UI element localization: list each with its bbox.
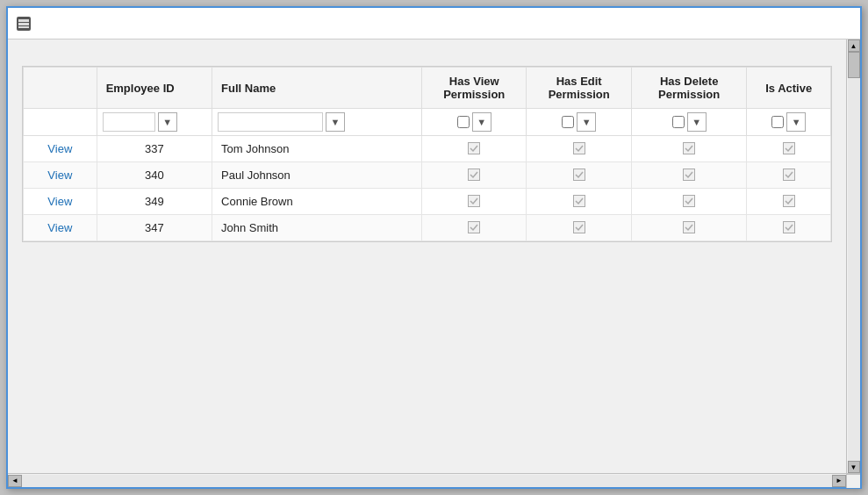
cell-has_edit-1 <box>527 162 631 189</box>
checkbox-checked-has_edit-2 <box>573 195 585 207</box>
col-header-has-edit: Has EditPermission <box>527 68 631 109</box>
col-header-employee-id: Employee ID <box>97 68 212 109</box>
checkbox-checked-is_active-1 <box>783 169 795 181</box>
cell-action-1: View <box>24 162 97 189</box>
filter-action <box>24 109 97 136</box>
col-header-full-name: Full Name <box>212 68 422 109</box>
main-window: Employee ID Full Name Has ViewPermission… <box>6 6 862 489</box>
table-row: View349Connie Brown <box>24 189 831 215</box>
filter-employee-id: ▼ <box>97 109 212 136</box>
filter-input-employee-id[interactable] <box>103 112 155 132</box>
table-row: View337Tom Johnson <box>24 136 831 162</box>
filter-btn-is-active[interactable]: ▼ <box>786 112 806 132</box>
title-bar <box>8 8 860 39</box>
cell-full-name-2: Connie Brown <box>212 189 422 215</box>
view-link-3[interactable]: View <box>47 221 72 234</box>
filter-btn-has-edit[interactable]: ▼ <box>577 112 596 132</box>
checkbox-checked-has_view-2 <box>468 195 480 207</box>
column-header-row: Employee ID Full Name Has ViewPermission… <box>24 68 831 109</box>
checkbox-checked-has_edit-0 <box>573 142 585 154</box>
cell-has_delete-1 <box>631 162 746 189</box>
cell-employee-id-0: 337 <box>97 136 212 162</box>
scroll-h-track[interactable] <box>22 475 832 487</box>
permissions-table: Employee ID Full Name Has ViewPermission… <box>23 67 831 241</box>
scroll-down-btn[interactable]: ▼ <box>848 461 860 473</box>
checkbox-checked-has_delete-0 <box>683 142 695 154</box>
restore-button[interactable] <box>806 14 825 33</box>
filter-btn-has-delete[interactable]: ▼ <box>687 112 707 132</box>
filter-btn-employee-id[interactable]: ▼ <box>158 112 177 132</box>
cell-employee-id-1: 340 <box>97 162 212 189</box>
filter-has-delete: ▼ <box>631 109 746 136</box>
filter-full-name: ▼ <box>212 109 422 136</box>
refresh-button[interactable] <box>779 14 799 33</box>
checkbox-checked-has_view-3 <box>468 221 480 233</box>
cell-action-3: View <box>24 215 97 241</box>
cell-is_active-3 <box>747 215 831 241</box>
cell-action-0: View <box>24 136 97 162</box>
main-area: Employee ID Full Name Has ViewPermission… <box>8 39 846 473</box>
cell-has_delete-0 <box>631 136 746 162</box>
scrollbar-corner <box>846 474 860 488</box>
close-button[interactable] <box>832 14 851 33</box>
cell-has_edit-2 <box>527 189 631 215</box>
col-header-has-delete: Has DeletePermission <box>631 68 746 109</box>
cell-full-name-1: Paul Johnson <box>212 162 422 189</box>
title-bar-left <box>17 17 38 31</box>
filter-checkbox-is-active[interactable] <box>771 116 784 128</box>
table-body: View337Tom JohnsonView340Paul JohnsonVie… <box>24 136 831 241</box>
cell-has_view-1 <box>422 162 527 189</box>
scroll-left-btn[interactable]: ◄ <box>8 475 22 487</box>
svg-rect-2 <box>18 26 29 28</box>
scroll-thumb[interactable] <box>848 52 860 78</box>
checkbox-checked-has_delete-3 <box>683 221 695 233</box>
table-row: View340Paul Johnson <box>24 162 831 189</box>
col-header-is-active: Is Active <box>747 68 831 109</box>
checkbox-checked-has_edit-1 <box>573 169 585 181</box>
cell-has_edit-3 <box>527 215 631 241</box>
cell-has_edit-0 <box>527 136 631 162</box>
checkbox-checked-has_view-0 <box>468 142 480 154</box>
view-link-1[interactable]: View <box>47 169 72 182</box>
view-link-0[interactable]: View <box>47 142 72 155</box>
cell-has_delete-2 <box>631 189 746 215</box>
scroll-up-btn[interactable]: ▲ <box>848 39 860 52</box>
checkbox-checked-is_active-2 <box>783 195 795 207</box>
filter-btn-full-name[interactable]: ▼ <box>326 112 345 132</box>
filter-checkbox-has-edit[interactable] <box>562 116 574 128</box>
table-row: View347John Smith <box>24 215 831 241</box>
col-header-has-view: Has ViewPermission <box>422 68 527 109</box>
checkbox-checked-has_view-1 <box>468 169 480 181</box>
filter-row: ▼ ▼ <box>24 109 831 136</box>
cell-full-name-0: Tom Johnson <box>212 136 422 162</box>
cell-has_delete-3 <box>631 215 746 241</box>
horizontal-scrollbar[interactable]: ◄ ► <box>8 473 860 487</box>
window-icon <box>17 17 31 31</box>
filter-is-active: ▼ <box>747 109 831 136</box>
filter-has-view: ▼ <box>422 109 527 136</box>
cell-action-2: View <box>24 189 97 215</box>
filter-btn-has-view[interactable]: ▼ <box>472 112 491 132</box>
scroll-right-btn[interactable]: ► <box>832 475 846 487</box>
col-header-action <box>24 68 97 109</box>
cell-is_active-1 <box>747 162 831 189</box>
filter-has-edit: ▼ <box>527 109 631 136</box>
view-link-2[interactable]: View <box>47 195 72 208</box>
vertical-scrollbar[interactable]: ▲ ▼ <box>846 39 860 473</box>
svg-rect-0 <box>18 19 29 22</box>
filter-input-full-name[interactable] <box>218 112 323 132</box>
cell-has_view-2 <box>422 189 527 215</box>
checkbox-checked-has_edit-3 <box>573 221 585 233</box>
cell-has_view-0 <box>422 136 527 162</box>
title-bar-controls <box>779 14 851 33</box>
svg-rect-1 <box>18 23 29 25</box>
filter-checkbox-has-view[interactable] <box>457 116 470 128</box>
window-body: Employee ID Full Name Has ViewPermission… <box>8 39 860 473</box>
checkbox-checked-is_active-0 <box>783 142 795 154</box>
permissions-grid: Employee ID Full Name Has ViewPermission… <box>22 66 832 242</box>
cell-is_active-0 <box>747 136 831 162</box>
cell-has_view-3 <box>422 215 527 241</box>
scroll-track[interactable] <box>848 52 860 461</box>
cell-full-name-3: John Smith <box>212 215 422 241</box>
filter-checkbox-has-delete[interactable] <box>672 116 685 128</box>
